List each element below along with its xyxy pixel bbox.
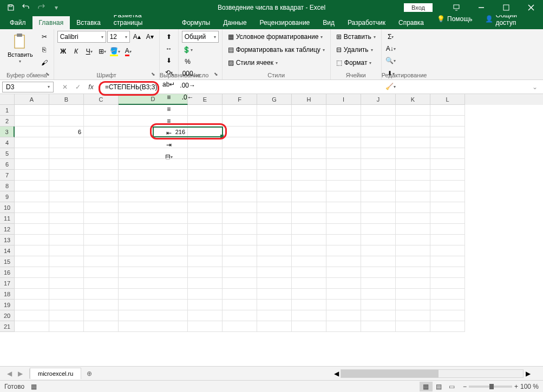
row-header-10[interactable]: 10 — [0, 202, 15, 213]
cell-I8[interactable] — [326, 181, 361, 191]
cell-H13[interactable] — [292, 235, 326, 245]
cell-E3[interactable] — [188, 127, 223, 137]
cell-I3[interactable] — [326, 127, 361, 137]
cell-I9[interactable] — [326, 191, 361, 202]
cell-J11[interactable] — [361, 213, 396, 224]
cell-E14[interactable] — [188, 245, 223, 256]
row-header-3[interactable]: 3 — [0, 127, 15, 137]
cell-E16[interactable] — [188, 267, 223, 278]
cell-H8[interactable] — [292, 181, 326, 191]
cell-A19[interactable] — [15, 300, 49, 310]
cell-H2[interactable] — [292, 116, 326, 127]
cell-I5[interactable] — [326, 148, 361, 159]
cell-E7[interactable] — [188, 170, 223, 181]
zoom-out-icon[interactable]: − — [463, 383, 467, 390]
insert-cells-button[interactable]: ⊞Вставить▾ — [334, 31, 378, 43]
cell-K10[interactable] — [396, 202, 430, 213]
cell-C2[interactable] — [84, 116, 119, 127]
cell-E19[interactable] — [188, 300, 223, 310]
cell-E8[interactable] — [188, 181, 223, 191]
font-color-icon[interactable]: A▾ — [122, 45, 134, 57]
cell-L10[interactable] — [430, 202, 465, 213]
cell-H11[interactable] — [292, 213, 326, 224]
cell-B5[interactable] — [49, 148, 84, 159]
cell-G19[interactable] — [257, 300, 292, 310]
font-name-select[interactable]: Calibri▾ — [57, 31, 106, 43]
col-header-D[interactable]: D — [119, 94, 188, 105]
row-header-11[interactable]: 11 — [0, 213, 15, 224]
cell-D21[interactable] — [119, 321, 188, 332]
cell-I15[interactable] — [326, 256, 361, 267]
cell-B6[interactable] — [49, 159, 84, 170]
number-launcher-icon[interactable]: ⬊ — [214, 71, 220, 78]
cell-L18[interactable] — [430, 289, 465, 300]
cell-J14[interactable] — [361, 245, 396, 256]
cell-B11[interactable] — [49, 213, 84, 224]
cell-K9[interactable] — [396, 191, 430, 202]
col-header-K[interactable]: K — [396, 94, 430, 105]
fill-color-icon[interactable]: 🪣▾ — [109, 45, 121, 57]
cell-E2[interactable] — [188, 116, 223, 127]
ribbon-options-icon[interactable] — [444, 0, 468, 15]
cell-G15[interactable] — [257, 256, 292, 267]
cell-A13[interactable] — [15, 235, 49, 245]
cell-G4[interactable] — [257, 137, 292, 148]
cell-H1[interactable] — [292, 105, 326, 116]
cell-D6[interactable] — [119, 159, 188, 170]
cell-F3[interactable] — [223, 127, 257, 137]
cell-L3[interactable] — [430, 127, 465, 137]
cell-B8[interactable] — [49, 181, 84, 191]
cell-J1[interactable] — [361, 105, 396, 116]
cell-L20[interactable] — [430, 310, 465, 321]
cell-I10[interactable] — [326, 202, 361, 213]
col-header-F[interactable]: F — [223, 94, 257, 105]
cell-I21[interactable] — [326, 321, 361, 332]
normal-view-icon[interactable]: ▦ — [420, 382, 433, 391]
cell-K13[interactable] — [396, 235, 430, 245]
cell-E9[interactable] — [188, 191, 223, 202]
cell-G8[interactable] — [257, 181, 292, 191]
font-size-select[interactable]: 12▾ — [107, 31, 130, 43]
cell-J12[interactable] — [361, 224, 396, 235]
cell-G17[interactable] — [257, 278, 292, 289]
cell-F4[interactable] — [223, 137, 257, 148]
cell-J15[interactable] — [361, 256, 396, 267]
cell-D16[interactable] — [119, 267, 188, 278]
cell-C17[interactable] — [84, 278, 119, 289]
cell-E12[interactable] — [188, 224, 223, 235]
cell-A7[interactable] — [15, 170, 49, 181]
cell-J19[interactable] — [361, 300, 396, 310]
close-icon[interactable] — [519, 0, 543, 15]
tab-review[interactable]: Рецензирование — [253, 16, 317, 29]
cell-I6[interactable] — [326, 159, 361, 170]
cell-styles-button[interactable]: ▨Стили ячеек▾ — [226, 57, 280, 69]
cell-D17[interactable] — [119, 278, 188, 289]
cell-A5[interactable] — [15, 148, 49, 159]
cell-D13[interactable] — [119, 235, 188, 245]
cell-I2[interactable] — [326, 116, 361, 127]
cell-F5[interactable] — [223, 148, 257, 159]
autosum-icon[interactable]: Σ▾ — [385, 31, 397, 43]
qat-customize-icon[interactable]: ▾ — [50, 1, 63, 14]
cut-icon[interactable]: ✂ — [38, 31, 50, 43]
row-header-9[interactable]: 9 — [0, 191, 15, 202]
cell-G9[interactable] — [257, 191, 292, 202]
row-header-16[interactable]: 16 — [0, 267, 15, 278]
cell-F14[interactable] — [223, 245, 257, 256]
cell-E5[interactable] — [188, 148, 223, 159]
cell-K5[interactable] — [396, 148, 430, 159]
cell-D8[interactable] — [119, 181, 188, 191]
cell-L14[interactable] — [430, 245, 465, 256]
cell-K21[interactable] — [396, 321, 430, 332]
cell-J18[interactable] — [361, 289, 396, 300]
select-all-corner[interactable] — [0, 94, 15, 105]
cell-B2[interactable] — [49, 116, 84, 127]
cell-H20[interactable] — [292, 310, 326, 321]
cell-I12[interactable] — [326, 224, 361, 235]
row-header-19[interactable]: 19 — [0, 300, 15, 310]
cell-D14[interactable] — [119, 245, 188, 256]
row-header-20[interactable]: 20 — [0, 310, 15, 321]
cell-I19[interactable] — [326, 300, 361, 310]
cell-L8[interactable] — [430, 181, 465, 191]
cell-C13[interactable] — [84, 235, 119, 245]
